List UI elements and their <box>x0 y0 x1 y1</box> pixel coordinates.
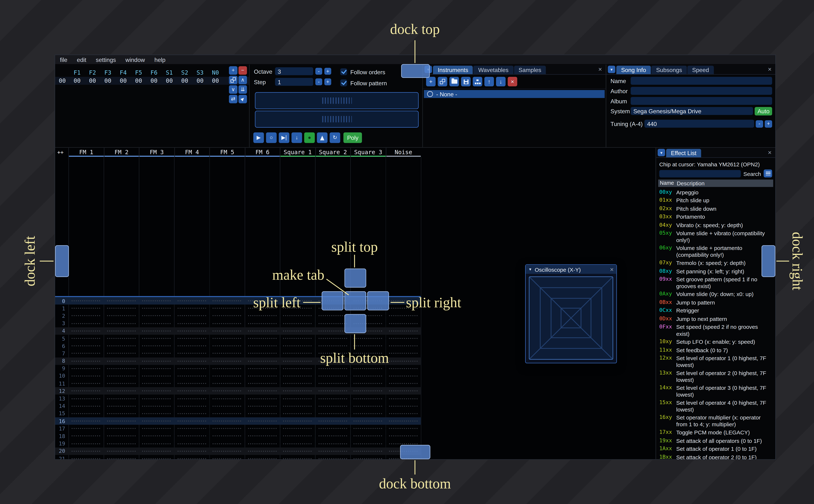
pattern-cell[interactable] <box>68 350 104 357</box>
menu-settings[interactable]: settings <box>91 56 121 63</box>
pattern-cell[interactable] <box>139 410 174 417</box>
pattern-cell[interactable] <box>174 455 209 460</box>
pattern-cell[interactable] <box>139 365 174 372</box>
open-instrument-button[interactable] <box>450 77 459 86</box>
pattern-cell[interactable] <box>315 342 350 350</box>
effect-row[interactable]: 06xyVolume slide + portamento (compatibi… <box>658 244 773 259</box>
pattern-cell[interactable] <box>350 417 385 425</box>
pattern-cell[interactable] <box>139 402 174 410</box>
pattern-cell[interactable] <box>245 357 280 365</box>
pattern-cell[interactable] <box>280 350 315 357</box>
pattern-cell[interactable] <box>350 432 385 440</box>
pattern-cell[interactable] <box>280 312 315 320</box>
pattern-cell[interactable] <box>209 387 245 395</box>
pattern-cell[interactable] <box>245 327 280 335</box>
author-input[interactable] <box>631 87 772 95</box>
album-input[interactable] <box>631 97 772 105</box>
pattern-cell[interactable] <box>245 312 280 320</box>
effect-row[interactable]: 02xxPitch slide down <box>658 204 773 213</box>
pattern-cell[interactable] <box>139 387 174 395</box>
pattern-row[interactable]: 13 <box>55 395 421 402</box>
piano-upper-row[interactable] <box>255 92 419 109</box>
pattern-row[interactable]: 11 <box>55 380 421 387</box>
pattern-cell[interactable] <box>245 440 280 447</box>
pattern-cell[interactable] <box>139 372 174 380</box>
pattern-cell[interactable] <box>280 320 315 327</box>
order-cell[interactable]: 00 <box>177 77 192 84</box>
pattern-cell[interactable] <box>280 425 315 432</box>
pattern-cell[interactable] <box>68 447 104 455</box>
tuning-input[interactable]: 440 <box>644 120 754 128</box>
effect-row[interactable]: 0FxxSet speed (speed 2 if no grooves exi… <box>658 323 773 338</box>
pattern-cell[interactable] <box>174 432 209 440</box>
pattern-cell[interactable] <box>315 395 350 402</box>
effect-row[interactable]: 13xxSet level of operator 2 (0 highest, … <box>658 369 773 384</box>
pattern-cell[interactable] <box>280 357 315 365</box>
pattern-cell[interactable] <box>68 402 104 410</box>
channel-header-square-1[interactable]: Square 1 <box>280 148 315 157</box>
pattern-cell[interactable] <box>104 365 139 372</box>
pattern-cell[interactable] <box>104 305 139 312</box>
pattern-cell[interactable] <box>350 342 385 350</box>
close-icon[interactable]: × <box>764 65 775 74</box>
pattern-cell[interactable] <box>245 432 280 440</box>
effect-row[interactable]: 03xxPortamento <box>658 213 773 221</box>
pattern-cell[interactable] <box>245 387 280 395</box>
pattern-cell[interactable] <box>104 372 139 380</box>
pattern-cell[interactable] <box>315 440 350 447</box>
pattern-cell[interactable] <box>68 312 104 320</box>
pattern-cell[interactable] <box>139 335 174 342</box>
pattern-cell[interactable] <box>385 395 421 402</box>
pattern-cell[interactable] <box>350 410 385 417</box>
move-instrument-up-button[interactable]: ↑ <box>485 77 494 86</box>
duplicate-instrument-button[interactable] <box>438 77 448 86</box>
pattern-cell[interactable] <box>139 380 174 387</box>
pattern-cell[interactable] <box>139 425 174 432</box>
save-instrument-button[interactable] <box>461 77 471 86</box>
effect-row[interactable]: 0AxyVolume slide (0y: down; x0: up) <box>658 290 773 298</box>
pattern-cell[interactable] <box>280 327 315 335</box>
menu-file[interactable]: file <box>55 56 72 63</box>
pattern-cell[interactable] <box>68 335 104 342</box>
pattern-cell[interactable] <box>104 402 139 410</box>
pattern-cell[interactable] <box>385 320 421 327</box>
pattern-cell[interactable] <box>104 312 139 320</box>
pattern-cell[interactable] <box>385 410 421 417</box>
pattern-cell[interactable] <box>174 305 209 312</box>
pattern-cell[interactable] <box>104 357 139 365</box>
pattern-cell[interactable] <box>245 455 280 460</box>
pattern-cell[interactable] <box>350 447 385 455</box>
pattern-cell[interactable] <box>209 455 245 460</box>
pattern-cell[interactable] <box>315 410 350 417</box>
pattern-cell[interactable] <box>315 417 350 425</box>
pattern-cell[interactable] <box>209 365 245 372</box>
pattern-cell[interactable] <box>315 335 350 342</box>
tab-song-info[interactable]: Song Info <box>616 66 651 74</box>
pattern-row[interactable]: 10 <box>55 372 421 380</box>
pattern-cell[interactable] <box>104 297 139 305</box>
tuning-decrease-button[interactable]: - <box>756 120 763 127</box>
effect-row[interactable]: 07xyTremolo (x: speed; y: depth) <box>658 259 773 267</box>
pattern-cell[interactable] <box>280 417 315 425</box>
pattern-cell[interactable] <box>245 342 280 350</box>
effect-row[interactable]: 0CxxRetrigger <box>658 306 773 315</box>
pattern-cell[interactable] <box>209 327 245 335</box>
pattern-cell[interactable] <box>174 417 209 425</box>
pattern-cell[interactable] <box>139 447 174 455</box>
pattern-cell[interactable] <box>68 387 104 395</box>
pattern-cell[interactable] <box>385 372 421 380</box>
name-input[interactable] <box>631 77 772 85</box>
delete-instrument-button[interactable]: × <box>508 77 517 86</box>
order-cell[interactable]: 00 <box>146 77 162 84</box>
stop-button[interactable]: ○ <box>266 132 277 143</box>
pattern-cell[interactable] <box>350 425 385 432</box>
pattern-cell[interactable] <box>68 425 104 432</box>
pattern-cell[interactable] <box>280 372 315 380</box>
pattern-cell[interactable] <box>245 335 280 342</box>
pattern-cell[interactable] <box>139 342 174 350</box>
pattern-row[interactable]: 21 <box>55 455 421 460</box>
pattern-row[interactable]: 12 <box>55 387 421 395</box>
pattern-expand-button[interactable]: ++ <box>55 148 68 157</box>
step-decrease-button[interactable]: - <box>315 78 322 85</box>
pattern-cell[interactable] <box>385 417 421 425</box>
